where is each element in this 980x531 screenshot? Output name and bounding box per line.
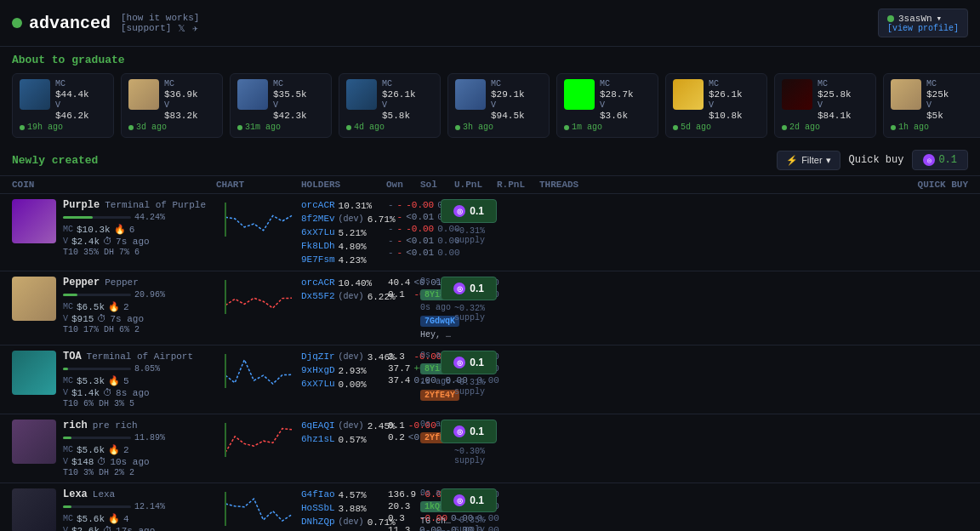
own-val: 37.4 bbox=[386, 374, 412, 386]
qb-sol-icon: ◎ bbox=[453, 494, 465, 506]
grad-coin-image bbox=[782, 79, 812, 110]
col-holders: HOLDERS bbox=[301, 180, 386, 190]
qb-amount: 0.1 bbox=[470, 283, 484, 294]
grad-coin-image bbox=[20, 79, 50, 110]
quickbuy-value[interactable]: ◎ 0.1 bbox=[912, 150, 968, 170]
t10-val: 35% bbox=[83, 248, 99, 257]
t10-val: 6% bbox=[83, 399, 94, 408]
graduate-card[interactable]: MC $25k V $5k 1h ago bbox=[883, 73, 980, 138]
holder-name[interactable]: DjqZIr bbox=[301, 351, 335, 362]
progress-bar bbox=[63, 368, 131, 370]
telegram-link[interactable]: ✈ bbox=[192, 23, 198, 34]
chart-cell bbox=[216, 420, 301, 460]
grad-time: 3d ago bbox=[128, 123, 215, 132]
holder-pct: 2.93% bbox=[339, 364, 367, 376]
t10-label: T10 bbox=[63, 248, 78, 257]
own-val: 2.3 bbox=[386, 351, 412, 363]
time-ago: 8s ago bbox=[116, 388, 150, 398]
holder-name[interactable]: orcACR bbox=[301, 277, 335, 288]
holder-name[interactable]: 9E7Fsm bbox=[301, 254, 335, 265]
sol-val: - bbox=[396, 247, 405, 259]
own-val: 0.1 bbox=[386, 288, 412, 300]
clock-icon: ⏱ bbox=[103, 387, 112, 398]
holder-name[interactable]: 6hz1sL bbox=[301, 434, 335, 444]
quick-buy-button[interactable]: ◎ 0.1 bbox=[441, 277, 497, 300]
graduate-card[interactable]: MC $26.1k V $5.8k 4d ago bbox=[339, 73, 441, 138]
own-val: - bbox=[386, 235, 396, 247]
own-val: - bbox=[386, 247, 396, 259]
how-it-works-link[interactable]: [how it works] bbox=[121, 13, 199, 23]
coin-full-name: Terminal of Airport bbox=[87, 351, 193, 362]
twitter-link[interactable]: 𝕏 bbox=[178, 23, 185, 34]
graduate-card[interactable]: MC $28.7k V $3.6k 1m ago bbox=[556, 73, 658, 138]
coin-v: $2.4k bbox=[71, 237, 100, 247]
table-row: Lexa Lexa 12.14% MC $5.6k 🔥 4 bbox=[0, 483, 980, 531]
qb-sol-icon: ◎ bbox=[453, 357, 465, 368]
filter-button[interactable]: ⚡ Filter ▾ bbox=[777, 151, 840, 170]
top-nav: advanced [how it works] [support] 𝕏 ✈ 3s… bbox=[0, 0, 980, 47]
holder-row: 9xHxgD 2.93% bbox=[301, 364, 386, 376]
quick-buy-button[interactable]: ◎ 0.1 bbox=[441, 488, 497, 512]
t10-label: T10 bbox=[63, 399, 78, 408]
holder-name[interactable]: 6xX7Lu bbox=[301, 379, 335, 389]
quick-buy-button[interactable]: ◎ 0.1 bbox=[441, 420, 497, 443]
grad-coin-image bbox=[128, 79, 159, 110]
coin-mc: $10.3k bbox=[77, 225, 111, 235]
coin-mc: $6.5k bbox=[77, 302, 105, 312]
newly-created-header: Newly created ⚡ Filter ▾ Quick buy ◎ 0.1 bbox=[0, 143, 980, 176]
holder-dev-badge: (dev) bbox=[339, 352, 364, 362]
progress-fill bbox=[63, 294, 77, 296]
chart-cell bbox=[216, 277, 301, 317]
graduate-card[interactable]: MC $36.9k V $83.2k 3d ago bbox=[121, 73, 223, 138]
holder-name[interactable]: DNhZQp bbox=[301, 517, 335, 527]
quick-buy-button[interactable]: ◎ 0.1 bbox=[441, 199, 497, 223]
holder-row: HoSSbL 3.88% bbox=[301, 502, 386, 514]
view-profile-link[interactable]: [view profile] bbox=[887, 24, 959, 33]
coin-symbol: Lexa bbox=[63, 488, 88, 500]
profile-username: 3sasWn bbox=[898, 14, 932, 24]
chart-svg bbox=[225, 203, 293, 237]
qb-supply: ~0.32% supply bbox=[454, 304, 497, 323]
coin-details: Pepper Pepper 20.96% MC $6.5k 🔥 2 bbox=[63, 277, 216, 334]
holder-name[interactable]: G4fIao bbox=[301, 489, 335, 500]
holder-name[interactable]: Dx55F2 bbox=[301, 291, 335, 301]
graduate-card[interactable]: MC $35.5k V $42.3k 31m ago bbox=[230, 73, 332, 138]
dh-val: 3% bbox=[114, 399, 124, 408]
coin-cell: Lexa Lexa 12.14% MC $5.6k 🔥 4 bbox=[12, 488, 216, 531]
profile-button[interactable]: 3sasWn ▾ [view profile] bbox=[878, 9, 968, 37]
time-ago: 17s ago bbox=[116, 526, 155, 532]
graduate-card[interactable]: MC $29.1k V $94.5k 3h ago bbox=[447, 73, 550, 138]
quick-buy-button[interactable]: ◎ 0.1 bbox=[441, 351, 497, 374]
filter-icon: ⚡ bbox=[786, 155, 798, 166]
holder-name[interactable]: 8f2MEv bbox=[301, 214, 335, 224]
sol-val: - bbox=[396, 199, 405, 211]
holder-name[interactable]: 6qEAQI bbox=[301, 420, 335, 431]
coin-cell: TOA Terminal of Airport 8.05% MC $5.3k 🔥… bbox=[12, 351, 216, 408]
holder-row: orcACR 10.40% bbox=[301, 277, 386, 288]
time-ago: 10s ago bbox=[110, 457, 149, 467]
grad-time: 19h ago bbox=[20, 123, 106, 132]
holders-cell: G4fIao 4.57% HoSSbL 3.88% DNhZQp (dev) 0… bbox=[301, 488, 386, 531]
holder-name[interactable]: orcACR bbox=[301, 200, 335, 210]
coin-details: Lexa Lexa 12.14% MC $5.6k 🔥 4 bbox=[63, 488, 216, 531]
holder-pct: 0.00% bbox=[339, 378, 367, 390]
coin-full-name: Pepper bbox=[105, 277, 139, 288]
col-chart: CHART bbox=[216, 180, 301, 190]
graduate-card[interactable]: MC $26.1k V $10.8k 5d ago bbox=[665, 73, 767, 138]
flame-icon: 🔥 bbox=[108, 444, 120, 455]
dh-val: 6% bbox=[119, 325, 129, 334]
t10-val: 17% bbox=[83, 325, 99, 334]
profile-chevron: ▾ bbox=[937, 13, 943, 24]
holder-pct: 3.88% bbox=[339, 502, 367, 514]
progress-fill bbox=[63, 437, 71, 439]
holder-name[interactable]: Fk8LDh bbox=[301, 241, 335, 251]
graduate-card[interactable]: MC $25.8k V $84.1k 2d ago bbox=[774, 73, 876, 138]
holder-name[interactable]: 9xHxgD bbox=[301, 365, 335, 375]
holder-name[interactable]: 6xX7Lu bbox=[301, 227, 335, 237]
graduate-card[interactable]: MC $44.4k V $46.2k 19h ago bbox=[12, 73, 114, 138]
profile-status-dot bbox=[887, 15, 894, 22]
col-quickbuy: QUICK BUY bbox=[866, 180, 968, 190]
holder-name[interactable]: HoSSbL bbox=[301, 503, 335, 513]
support-link[interactable]: [support] bbox=[121, 23, 171, 33]
coin-v: $1.4k bbox=[71, 388, 100, 398]
